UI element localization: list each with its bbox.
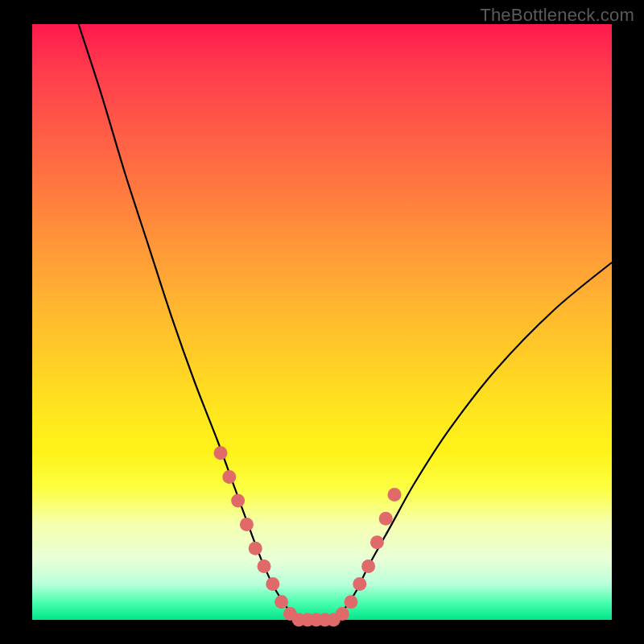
highlight-dot xyxy=(345,595,358,609)
highlight-dot xyxy=(336,607,349,621)
highlight-dot xyxy=(361,559,375,573)
chart-svg xyxy=(32,24,612,620)
highlight-dot xyxy=(258,559,271,573)
highlight-dot xyxy=(240,518,254,531)
highlight-dot xyxy=(266,577,279,591)
highlight-dot xyxy=(370,535,384,549)
watermark-text: TheBottleneck.com xyxy=(480,5,634,26)
highlight-dot xyxy=(214,446,228,460)
highlight-dot xyxy=(388,488,402,502)
highlight-dot xyxy=(231,494,245,508)
highlight-dot xyxy=(379,512,393,526)
highlight-dot xyxy=(353,577,366,591)
highlight-dots xyxy=(214,446,402,626)
chart-plot-area xyxy=(32,24,612,620)
highlight-dot xyxy=(249,542,262,555)
highlight-dot xyxy=(275,595,288,609)
chart-frame: TheBottleneck.com xyxy=(0,0,644,644)
bottleneck-curve xyxy=(79,24,612,621)
highlight-dot xyxy=(222,470,236,484)
